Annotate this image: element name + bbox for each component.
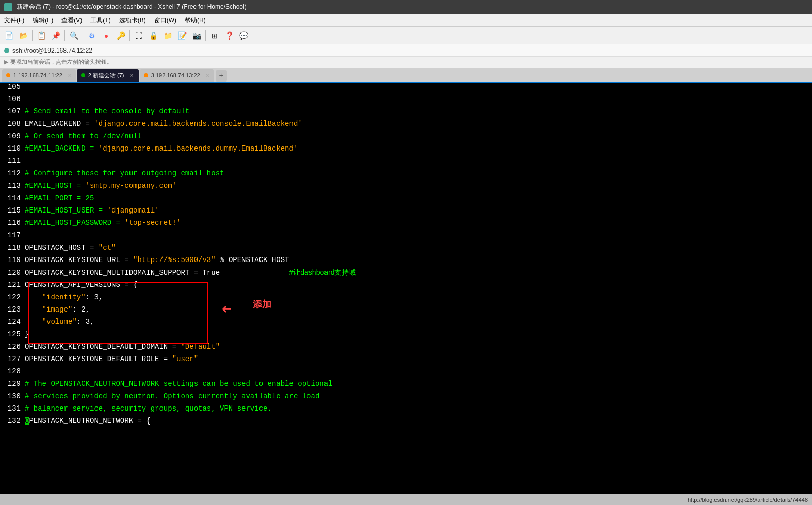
sep3 xyxy=(83,30,83,41)
toolbar-settings[interactable]: ⚙ xyxy=(85,29,99,42)
tab-2-label: 2 新建会话 (7) xyxy=(88,72,124,79)
toolbar: 📄 📂 📋 📌 🔍 ⚙ ● 🔑 ⛶ 🔒 📁 📝 📷 ⊞ ❓ 💬 xyxy=(0,27,812,44)
table-row: 119 OPENSTACK_KEYSTONE_URL = "http://%s:… xyxy=(0,256,812,268)
address-bar: ssh://root@192.168.74.12:22 xyxy=(0,44,812,57)
menu-tools[interactable]: 工具(T) xyxy=(86,14,115,26)
menu-bar: 文件(F) 编辑(E) 查看(V) 工具(T) 选项卡(B) 窗口(W) 帮助(… xyxy=(0,14,812,27)
menu-help[interactable]: 帮助(H) xyxy=(181,14,210,26)
address-text: ssh://root@192.168.74.12:22 xyxy=(12,47,92,54)
toolbar-connect[interactable]: ● xyxy=(100,29,113,42)
tab-3-dot xyxy=(144,73,148,77)
app-icon xyxy=(4,3,12,11)
toolbar-screen[interactable]: ⛶ xyxy=(132,29,145,42)
table-row: 125 } xyxy=(0,330,812,343)
tab-1-label: 1 192.168.74.11:22 xyxy=(13,72,62,78)
window-title: 新建会话 (7) - root@c1:/etc/openstack-dashbo… xyxy=(17,3,247,11)
table-row: 124 "volume": 3, xyxy=(0,318,812,330)
toolbar-open[interactable]: 📂 xyxy=(17,29,30,42)
sep2 xyxy=(64,30,65,41)
toolbar-key[interactable]: 🔑 xyxy=(114,29,127,42)
table-row: 131 # balancer service, security groups,… xyxy=(0,404,812,417)
tab-2[interactable]: 2 新建会话 (7) ✕ xyxy=(77,69,139,82)
connection-status-icon xyxy=(4,48,9,53)
toolbar-paste[interactable]: 📌 xyxy=(49,29,62,42)
table-row: 127 OPENSTACK_KEYSTONE_DEFAULT_ROLE = "u… xyxy=(0,355,812,367)
toolbar-new[interactable]: 📄 xyxy=(2,29,15,42)
info-text: 要添加当前会话，点击左侧的箭头按钮。 xyxy=(10,58,112,66)
table-row: 130 # services provided by neutron. Opti… xyxy=(0,392,812,404)
status-text: http://blog.csdn.net/gqk289/article/deta… xyxy=(688,497,808,503)
menu-file[interactable]: 文件(F) xyxy=(0,14,28,26)
table-row: 121 OPENSTACK_API_VERSIONS = { xyxy=(0,281,812,293)
table-row: 110 #EMAIL_BACKEND = 'django.core.mail.b… xyxy=(0,144,812,157)
toolbar-script[interactable]: 📝 xyxy=(175,29,189,42)
toolbar-copy[interactable]: 📋 xyxy=(35,29,48,42)
table-row: 116 #EMAIL_HOST_PASSWORD = 'top-secret!' xyxy=(0,219,812,231)
toolbar-comment[interactable]: 💬 xyxy=(237,29,250,42)
info-bar: ▶ 要添加当前会话，点击左侧的箭头按钮。 xyxy=(0,57,812,68)
tab-2-dot xyxy=(81,73,85,77)
table-row: 120 OPENSTACK_KEYSTONE_MULTIDOMAIN_SUPPO… xyxy=(0,268,812,281)
table-row: 112 # Configure these for your outgoing … xyxy=(0,169,812,182)
code-content: 105 106 107 # Send email to the console … xyxy=(0,83,812,429)
app-window: 新建会话 (7) - root@c1:/etc/openstack-dashbo… xyxy=(0,0,812,505)
table-row: 117 xyxy=(0,231,812,243)
tab-1[interactable]: 1 192.168.74.11:22 ✕ xyxy=(2,69,76,82)
table-row: 113 #EMAIL_HOST = 'smtp.my-company.com' xyxy=(0,182,812,194)
table-row: 115 #EMAIL_HOST_USER = 'djangomail' xyxy=(0,206,812,219)
sep4 xyxy=(129,30,130,41)
table-row: 128 xyxy=(0,367,812,380)
toolbar-lock[interactable]: 🔒 xyxy=(147,29,160,42)
table-row: 132 OPENSTACK_NEUTRON_NETWORK = { xyxy=(0,417,812,429)
table-row: 118 OPENSTACK_HOST = "ct" xyxy=(0,243,812,256)
menu-tabs[interactable]: 选项卡(B) xyxy=(115,14,150,26)
table-row: 106 xyxy=(0,95,812,107)
menu-window[interactable]: 窗口(W) xyxy=(150,14,181,26)
menu-edit[interactable]: 编辑(E) xyxy=(28,14,57,26)
code-area[interactable]: 105 106 107 # Send email to the console … xyxy=(0,83,812,494)
table-row: 109 # Or send them to /dev/null xyxy=(0,132,812,144)
tab-bar: 1 192.168.74.11:22 ✕ 2 新建会话 (7) ✕ 3 192.… xyxy=(0,68,812,83)
tab-3-close[interactable]: ✕ xyxy=(205,73,209,78)
tab-add-button[interactable]: + xyxy=(216,70,227,82)
toolbar-search[interactable]: 🔍 xyxy=(67,29,80,42)
title-bar: 新建会话 (7) - root@c1:/etc/openstack-dashbo… xyxy=(0,0,812,14)
tab-1-dot xyxy=(6,73,10,77)
table-row: 122 "identity": 3, xyxy=(0,293,812,305)
table-row: 107 # Send email to the console by defau… xyxy=(0,107,812,120)
table-row: 108 EMAIL_BACKEND = 'django.core.mail.ba… xyxy=(0,120,812,132)
table-row: 114 #EMAIL_PORT = 25 xyxy=(0,194,812,206)
tab-3[interactable]: 3 192.168.74.13:22 ✕ xyxy=(140,69,214,82)
table-row: 123 "image": 2, xyxy=(0,305,812,318)
menu-view[interactable]: 查看(V) xyxy=(57,14,86,26)
sep1 xyxy=(32,30,33,41)
status-bar: http://blog.csdn.net/gqk289/article/deta… xyxy=(0,494,812,505)
sep5 xyxy=(205,30,206,41)
table-row: 105 xyxy=(0,83,812,95)
tab-1-close[interactable]: ✕ xyxy=(68,73,72,78)
toolbar-screenshot[interactable]: 📷 xyxy=(190,29,203,42)
info-arrow-icon: ▶ xyxy=(4,59,8,66)
table-row: 126 OPENSTACK_KEYSTONE_DEFAULT_DOMAIN = … xyxy=(0,343,812,355)
toolbar-transfer[interactable]: 📁 xyxy=(161,29,174,42)
table-row: 129 # The OPENSTACK_NEUTRON_NETWORK sett… xyxy=(0,380,812,392)
tab-3-label: 3 192.168.74.13:22 xyxy=(151,72,200,78)
tab-2-close[interactable]: ✕ xyxy=(129,73,134,78)
toolbar-help[interactable]: ❓ xyxy=(222,29,236,42)
table-row: 111 xyxy=(0,157,812,169)
toolbar-grid[interactable]: ⊞ xyxy=(208,29,221,42)
